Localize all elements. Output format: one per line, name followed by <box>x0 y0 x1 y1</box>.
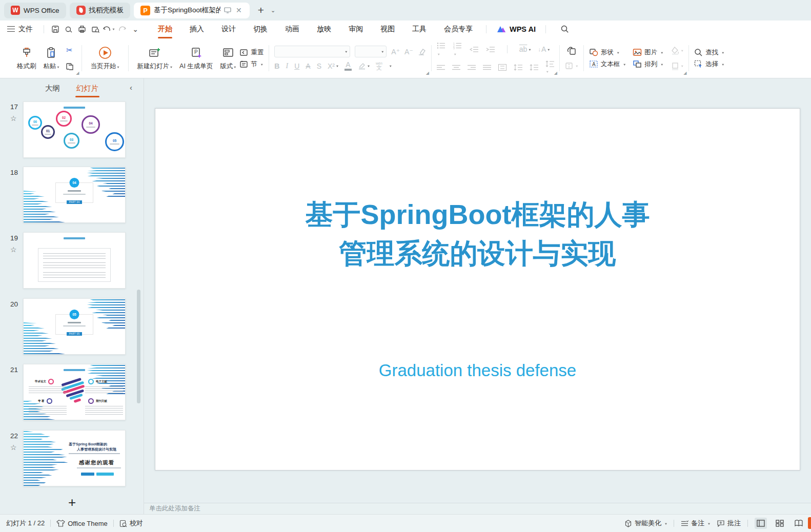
clear-format-icon[interactable] <box>418 48 426 55</box>
close-tab-icon[interactable]: ✕ <box>235 6 243 14</box>
find-chevron[interactable] <box>722 50 724 54</box>
print-button[interactable] <box>75 23 89 35</box>
textbox-button[interactable]: A 文本框 <box>589 60 626 69</box>
slide-thumbnail-17[interactable]: 00 01 02 03 04 05 <box>23 101 126 158</box>
select-button[interactable]: 选择 <box>694 60 724 69</box>
shapes-button[interactable]: 形状 <box>589 48 626 57</box>
align-objects-icon[interactable] <box>565 60 578 72</box>
find-button[interactable]: 查找 <box>694 48 724 57</box>
section-button[interactable]: 节 <box>239 60 263 69</box>
strikethrough-button[interactable]: A <box>306 62 310 70</box>
textbox-chevron[interactable] <box>623 62 625 66</box>
reset-button[interactable]: 重置 <box>239 48 263 57</box>
tab-outline[interactable]: 大纲 <box>44 80 61 96</box>
star-icon[interactable]: ☆ <box>10 114 17 122</box>
font-dialog-launcher[interactable]: ◢ <box>426 71 429 75</box>
tab-docer-templates[interactable]: 找稻壳模板 <box>70 3 131 18</box>
select-chevron[interactable] <box>722 62 724 66</box>
play-from-page-button[interactable]: 当页开始 <box>87 45 123 72</box>
reading-view-button[interactable] <box>793 518 805 529</box>
section-chevron[interactable] <box>261 62 263 66</box>
decrease-font-button[interactable]: A⁻ <box>404 48 413 56</box>
align-center-button[interactable] <box>452 65 460 71</box>
slide-subtitle[interactable]: Graduation thesis defense <box>155 361 800 380</box>
increase-indent-button[interactable] <box>486 46 495 53</box>
menu-slideshow[interactable]: 放映 <box>308 22 340 36</box>
superscript-button[interactable]: X² <box>328 62 338 70</box>
font-name-select[interactable] <box>274 46 350 57</box>
wps-ai-button[interactable]: WPS AI <box>496 25 536 33</box>
align-left-button[interactable] <box>437 65 445 71</box>
theme-button[interactable]: Office Theme <box>56 520 108 527</box>
tab-slides[interactable]: 幻灯片 <box>75 80 100 96</box>
slide-title[interactable]: 基于SpringBoot框架的人事 管理系统的设计与实现 <box>155 195 800 273</box>
normal-view-button[interactable] <box>755 518 767 529</box>
align-right-button[interactable] <box>468 65 476 71</box>
collapse-panel-icon[interactable]: ‹ <box>130 83 132 92</box>
fill-color-icon[interactable] <box>670 45 683 57</box>
thumbnail-scrollbar[interactable] <box>137 290 140 403</box>
clipboard-dialog-launcher[interactable]: ◢ <box>76 71 79 75</box>
slide-thumbnail-19[interactable] <box>23 232 126 289</box>
pictures-chevron[interactable] <box>661 50 663 54</box>
shadow-button[interactable]: S <box>317 62 321 70</box>
layout-chevron[interactable] <box>234 65 236 68</box>
star-icon[interactable]: ☆ <box>10 245 17 254</box>
current-slide[interactable]: 基于SpringBoot框架的人事 管理系统的设计与实现 Graduation … <box>155 108 800 470</box>
new-slide-button[interactable]: 新建幻灯片 <box>134 45 176 72</box>
line-spacing-up-button[interactable] <box>514 64 522 71</box>
insert-dialog-launcher[interactable]: ◢ <box>683 71 686 75</box>
menu-view[interactable]: 视图 <box>372 22 403 36</box>
paste-button[interactable]: 粘贴 <box>40 45 63 72</box>
file-menu-button[interactable]: 文件 <box>7 25 33 34</box>
menu-insert[interactable]: 插入 <box>181 22 213 36</box>
undo-button[interactable] <box>102 23 115 35</box>
print-preview-button[interactable] <box>89 23 102 35</box>
notes-bar[interactable]: 单击此处添加备注 <box>144 503 811 514</box>
decrease-indent-button[interactable] <box>470 46 479 53</box>
new-tab-button[interactable]: + <box>253 4 269 16</box>
tab-wps-office[interactable]: W WPS Office <box>4 3 66 18</box>
export-button[interactable] <box>62 23 75 35</box>
text-direction-button[interactable]: ↓A <box>538 45 550 53</box>
add-slide-button[interactable]: + <box>0 495 144 510</box>
save-button[interactable] <box>49 23 62 35</box>
pictures-button[interactable]: 图片 <box>633 48 663 57</box>
comment-button[interactable]: 批注 <box>717 519 741 528</box>
screen-share-icon[interactable] <box>224 7 231 13</box>
pinyin-guide-button[interactable]: wén文 <box>376 62 382 71</box>
slide-sorter-view-button[interactable] <box>774 518 786 529</box>
slideshow-button-partial[interactable] <box>808 517 811 529</box>
proofread-button[interactable]: 校对 <box>119 519 143 528</box>
increase-font-button[interactable]: A⁺ <box>391 48 400 56</box>
slide-thumbnail-22[interactable]: 基于Spring Boot框架的 人事管理系统设计与实现 感谢您的观看 <box>23 430 126 486</box>
bullet-list-button[interactable] <box>437 42 446 57</box>
menu-review[interactable]: 审阅 <box>340 22 372 36</box>
tab-document-active[interactable]: P 基于SpringBoot框架的人事管 ✕ <box>134 3 250 18</box>
arrange-button[interactable]: 排列 <box>633 60 663 69</box>
line-spacing-down-button[interactable] <box>530 64 538 71</box>
char-border-button[interactable]: ab <box>519 45 531 53</box>
redo-button[interactable] <box>115 23 129 35</box>
italic-button[interactable]: I <box>286 62 288 70</box>
font-color-button[interactable]: A <box>344 61 352 71</box>
layout-button[interactable]: 版式 <box>216 45 239 72</box>
slide-thumbnail-21[interactable]: 学术论文 电子文献 专 著 期刊文献 <box>23 364 126 420</box>
arrange-chevron[interactable] <box>661 62 663 66</box>
notes-button[interactable]: 备注 <box>681 519 710 528</box>
slide-thumbnail-20[interactable]: 05 PART 05 <box>23 298 126 355</box>
menu-tools[interactable]: 工具 <box>403 22 435 36</box>
menu-home[interactable]: 开始 <box>149 22 181 36</box>
quickbar-chevron-icon[interactable]: ⌄ <box>129 23 142 35</box>
shapes-chevron[interactable] <box>617 50 619 54</box>
cut-icon[interactable]: ✂ <box>63 44 76 56</box>
font-size-select[interactable] <box>355 46 387 57</box>
distribute-button[interactable] <box>498 64 506 71</box>
tab-list-chevron-icon[interactable]: ⌄ <box>269 7 277 14</box>
justify-button[interactable] <box>483 65 491 71</box>
paste-dropdown-chevron[interactable] <box>57 65 59 68</box>
menu-design[interactable]: 设计 <box>213 22 245 36</box>
undo-dropdown-chevron[interactable] <box>112 27 114 31</box>
menu-animation[interactable]: 动画 <box>276 22 308 36</box>
menu-member[interactable]: 会员专享 <box>435 22 481 36</box>
